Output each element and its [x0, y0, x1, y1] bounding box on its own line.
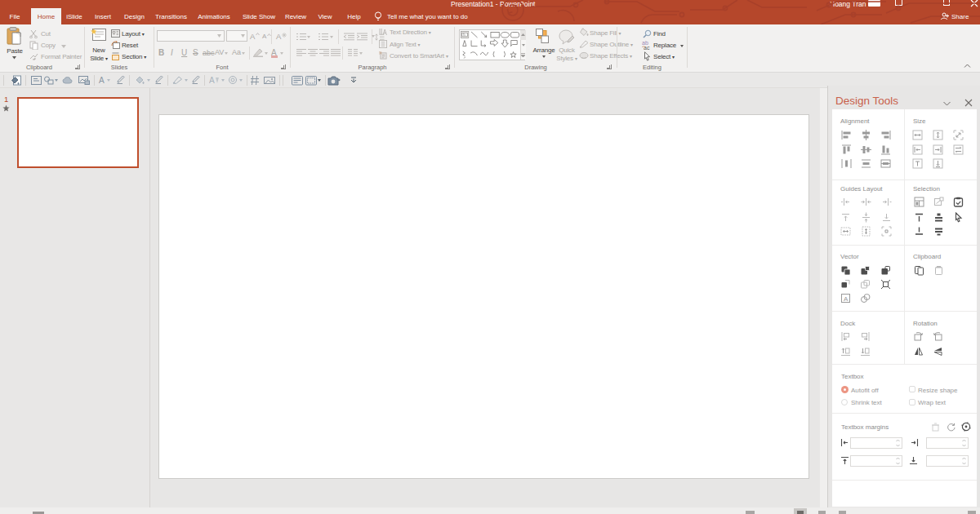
svg-text:ac: ac [644, 45, 650, 51]
svg-text:A: A [844, 295, 849, 303]
svg-text:A: A [209, 76, 215, 85]
